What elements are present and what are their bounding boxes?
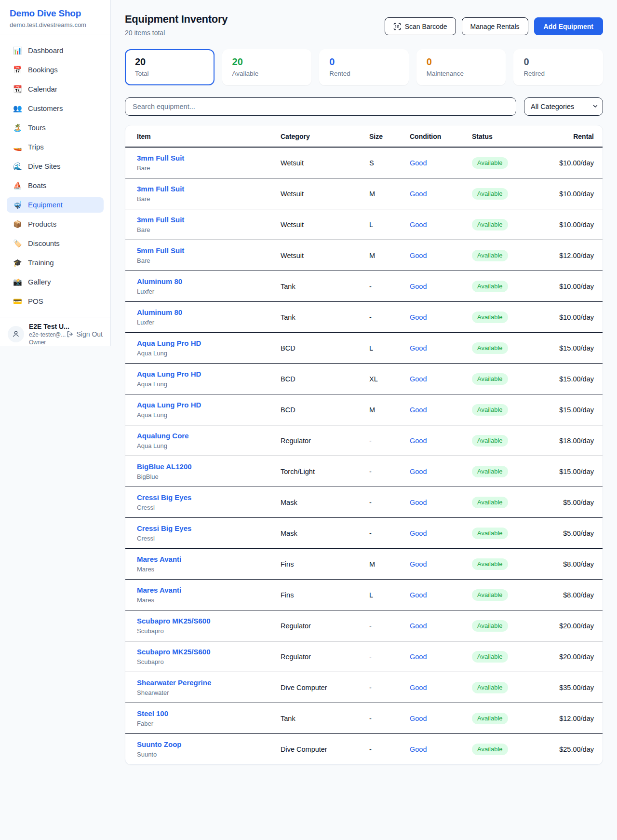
item-rental-rate: $5.00/day (563, 529, 594, 537)
table-row: Aluminum 80 Luxfer Tank - Good Available (125, 271, 603, 302)
status-badge: Available (472, 620, 508, 632)
item-size: S (369, 147, 410, 178)
item-condition-link[interactable]: Good (410, 653, 427, 661)
status-badge: Available (472, 528, 508, 539)
stat-label: Total (135, 70, 204, 77)
item-name-link[interactable]: Aluminum 80 (137, 308, 182, 317)
user-role: Owner (29, 339, 61, 346)
item-name-link[interactable]: 3mm Full Suit (137, 184, 184, 193)
item-name-link[interactable]: Aqua Lung Pro HD (137, 400, 201, 409)
item-name-link[interactable]: Cressi Big Eyes (137, 524, 191, 533)
item-condition-link[interactable]: Good (410, 437, 427, 445)
item-brand: BigBlue (137, 473, 281, 481)
category-select[interactable]: All Categories (524, 97, 603, 116)
item-size: M (369, 394, 410, 425)
item-name-link[interactable]: Aqua Lung Pro HD (137, 339, 201, 348)
sidebar-item[interactable]: 🎓 Training (7, 255, 104, 271)
sidebar-item[interactable]: 📸 Gallery (7, 274, 104, 290)
search-input[interactable] (125, 97, 516, 116)
sidebar-item[interactable]: 🚤 Trips (7, 139, 104, 155)
item-category: Wetsuit (281, 147, 369, 178)
sidebar-item[interactable]: 🤿 Equipment (7, 197, 104, 213)
item-name-link[interactable]: Scubapro MK25/S600 (137, 616, 211, 625)
sidebar-item[interactable]: 👥 Customers (7, 101, 104, 116)
item-brand: Shearwater (137, 689, 281, 697)
sidebar-item[interactable]: ⛵ Boats (7, 178, 104, 193)
item-condition-link[interactable]: Good (410, 591, 427, 599)
item-name-link[interactable]: 5mm Full Suit (137, 246, 184, 255)
item-condition-link[interactable]: Good (410, 283, 427, 290)
category-select-wrap: All Categories (524, 97, 603, 116)
stat-card[interactable]: 20 Total (125, 49, 215, 85)
item-condition-link[interactable]: Good (410, 190, 427, 198)
item-name-link[interactable]: BigBlue AL1200 (137, 462, 192, 471)
sidebar-item[interactable]: 🏷️ Discounts (7, 236, 104, 251)
item-condition-link[interactable]: Good (410, 344, 427, 352)
manage-rentals-button[interactable]: Manage Rentals (462, 17, 528, 35)
sidebar-item[interactable]: 📊 Dashboard (7, 43, 104, 58)
item-name-link[interactable]: 3mm Full Suit (137, 153, 184, 163)
item-condition-link[interactable]: Good (410, 406, 427, 414)
item-rental-rate: $15.00/day (559, 468, 594, 475)
item-name-link[interactable]: Suunto Zoop (137, 740, 181, 749)
stat-card[interactable]: 0 Maintenance (416, 49, 506, 85)
item-condition-link[interactable]: Good (410, 221, 427, 229)
item-size: L (369, 209, 410, 240)
item-condition-link[interactable]: Good (410, 375, 427, 383)
item-condition-link[interactable]: Good (410, 529, 427, 537)
table-row: Cressi Big Eyes Cressi Mask - Good Avail… (125, 487, 603, 518)
item-condition-link[interactable]: Good (410, 745, 427, 753)
item-brand: Mares (137, 566, 281, 573)
item-size: L (369, 333, 410, 364)
item-condition-link[interactable]: Good (410, 560, 427, 568)
status-badge: Available (472, 157, 508, 169)
item-name-link[interactable]: 3mm Full Suit (137, 215, 184, 224)
item-condition-link[interactable]: Good (410, 499, 427, 506)
item-brand: Aqua Lung (137, 411, 281, 419)
sidebar-item[interactable]: 🏝️ Tours (7, 120, 104, 135)
table-row: 3mm Full Suit Bare Wetsuit M Good Availa… (125, 178, 603, 209)
brand-title[interactable]: Demo Dive Shop (10, 8, 101, 19)
add-equipment-button[interactable]: Add Equipment (534, 17, 603, 35)
item-condition-link[interactable]: Good (410, 715, 427, 722)
item-name-link[interactable]: Aqua Lung Pro HD (137, 369, 201, 379)
item-condition-link[interactable]: Good (410, 684, 427, 691)
item-brand: Scubapro (137, 658, 281, 666)
item-name-link[interactable]: Shearwater Peregrine (137, 678, 211, 687)
stat-card[interactable]: 0 Retired (513, 49, 603, 85)
sidebar-item[interactable]: 📦 Products (7, 217, 104, 232)
item-size: XL (369, 364, 410, 394)
item-name-link[interactable]: Scubapro MK25/S600 (137, 647, 211, 656)
item-condition-link[interactable]: Good (410, 252, 427, 259)
item-condition-link[interactable]: Good (410, 622, 427, 630)
manage-rentals-label: Manage Rentals (470, 23, 520, 30)
item-name-link[interactable]: Mares Avanti (137, 585, 181, 595)
sidebar-item[interactable]: 🌊 Dive Sites (7, 159, 104, 174)
status-badge: Available (472, 497, 508, 508)
item-category: Tank (281, 703, 369, 734)
sidebar-item[interactable]: 💳 POS (7, 294, 104, 309)
item-condition-link[interactable]: Good (410, 159, 427, 167)
item-condition-link[interactable]: Good (410, 468, 427, 475)
item-category: BCD (281, 394, 369, 425)
status-badge: Available (472, 744, 508, 755)
sign-out-button[interactable]: Sign Out (66, 330, 103, 338)
item-brand: Mares (137, 596, 281, 604)
item-name-link[interactable]: Mares Avanti (137, 555, 181, 564)
sidebar-item[interactable]: 📆 Calendar (7, 81, 104, 97)
item-category: Tank (281, 271, 369, 302)
item-brand: Bare (137, 226, 281, 234)
item-name-link[interactable]: Aluminum 80 (137, 277, 182, 286)
scan-barcode-button[interactable]: Scan Barcode (385, 17, 456, 35)
stat-card[interactable]: 20 Available (222, 49, 312, 85)
status-badge: Available (472, 188, 508, 200)
item-condition-link[interactable]: Good (410, 313, 427, 321)
item-name-link[interactable]: Aqualung Core (137, 431, 189, 440)
stat-label: Rented (329, 70, 399, 77)
stat-card[interactable]: 0 Rented (319, 49, 409, 85)
sidebar-item[interactable]: 📅 Bookings (7, 62, 104, 78)
item-brand: Scubapro (137, 627, 281, 635)
add-equipment-label: Add Equipment (544, 23, 593, 30)
item-name-link[interactable]: Steel 100 (137, 709, 168, 718)
item-name-link[interactable]: Cressi Big Eyes (137, 493, 191, 502)
